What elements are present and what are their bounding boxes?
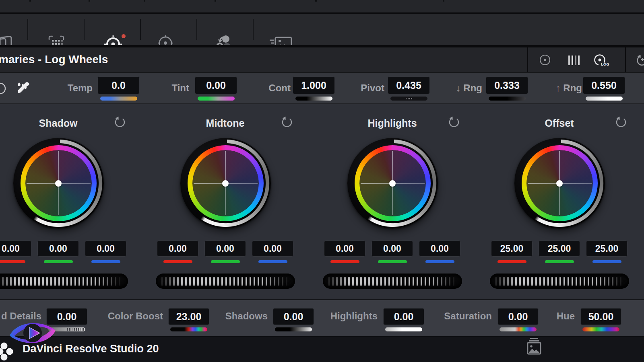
saturation-track[interactable]: [500, 327, 537, 331]
green-channel-strip: [378, 260, 407, 263]
pivot-track[interactable]: [390, 97, 427, 101]
shadow-wheel-handle[interactable]: [55, 180, 62, 187]
midtone-hue-ring: [188, 145, 264, 221]
highlights-track[interactable]: [385, 327, 422, 331]
blue-channel-strip: [592, 260, 621, 263]
blue-channel-strip: [425, 260, 454, 263]
toolbar-divider: [196, 19, 197, 40]
highlights-wheel-inner: [359, 150, 426, 216]
up-range-label: ↑ Rng: [515, 82, 582, 94]
offset-reset-icon[interactable]: [615, 116, 627, 128]
offset-wheel-inner: [526, 150, 593, 216]
toolbar-divider: [140, 19, 141, 40]
toolbar-divider: [84, 19, 85, 40]
offset-color-wheel[interactable]: [514, 138, 605, 228]
highlights-red-value[interactable]: 0.00: [324, 241, 365, 257]
hue-value[interactable]: 50.00: [580, 308, 621, 325]
shadow-green-value[interactable]: 0.00: [37, 241, 79, 257]
offset-red-value[interactable]: 25.00: [491, 241, 533, 257]
down-range-track[interactable]: [489, 97, 526, 101]
highlights-hue-ring: [355, 145, 431, 221]
offset-wheel-handle[interactable]: [556, 180, 563, 187]
midtone-red-value[interactable]: 0.00: [157, 241, 198, 257]
palette-title: maries - Log Wheels: [0, 53, 108, 66]
blue-channel-strip: [91, 260, 120, 263]
temp-label: Temp: [24, 82, 93, 94]
green-channel-strip: [44, 260, 73, 263]
midtone-master-wheel[interactable]: [156, 274, 295, 289]
shadow-red-value[interactable]: 0.00: [0, 241, 31, 257]
toolbar-divider: [253, 19, 254, 40]
primary-wheels-mode-icon[interactable]: [539, 54, 551, 67]
saturation-value[interactable]: 0.00: [497, 308, 539, 325]
primary-bars-mode-icon[interactable]: [568, 55, 581, 66]
saturation-label: Saturation: [431, 311, 492, 322]
shadow-blue-value[interactable]: 0.00: [85, 241, 126, 257]
red-channel-strip: [497, 260, 526, 263]
red-channel-strip: [330, 260, 359, 263]
tint-track[interactable]: [198, 97, 235, 101]
color-boost-track[interactable]: [170, 327, 207, 331]
tint-label: Tint: [133, 82, 189, 94]
titlebar-divider: [527, 47, 528, 72]
notification-dot: [122, 34, 126, 38]
titlebar-divider: [625, 47, 626, 72]
svg-text:LOG: LOG: [601, 62, 609, 66]
hue-label: Hue: [535, 311, 575, 322]
red-channel-strip: [163, 260, 192, 263]
midtone-reset-icon[interactable]: [281, 116, 293, 128]
shadow-wheel-column: Shadow 0.00 0.00 0.00: [0, 104, 142, 299]
shadows-label: Shadows: [209, 311, 268, 322]
shadow-color-wheel[interactable]: [13, 138, 104, 228]
contrast-track[interactable]: [295, 97, 332, 101]
highlights-green-value[interactable]: 0.00: [372, 241, 413, 257]
shadow-hue-ring: [21, 145, 97, 221]
midtone-wheel-column: Midtone 0.00 0.00 0.00: [142, 104, 309, 299]
shadow-wheel-inner: [25, 150, 92, 216]
highlights-wheel-handle[interactable]: [389, 180, 396, 187]
midtone-color-wheel[interactable]: [180, 138, 271, 228]
down-range-label: ↓ Rng: [415, 82, 482, 94]
green-channel-strip: [545, 260, 574, 263]
primaries-adjust-row: Temp 0.0 Tint 0.00 Cont 1.000 Pivot 0.43…: [0, 73, 644, 103]
auto-balance-icon[interactable]: [0, 82, 6, 95]
up-range-track[interactable]: [586, 97, 623, 101]
midtone-green-value[interactable]: 0.00: [204, 241, 246, 257]
up-range-value[interactable]: 0.550: [583, 76, 625, 94]
temp-track[interactable]: [100, 97, 137, 101]
offset-wheel-column: Offset 25.00 25.00 25.00: [476, 104, 643, 299]
midtone-wheel-handle[interactable]: [222, 180, 229, 187]
shadows-track[interactable]: [275, 327, 312, 331]
toolbar-divider: [27, 19, 28, 40]
top-strip: [0, 0, 644, 12]
highlights-value[interactable]: 0.00: [383, 308, 424, 325]
offset-hue-ring: [522, 145, 598, 221]
gallery-stills-icon[interactable]: [526, 337, 543, 357]
palette-toolbar: HDR: [0, 14, 644, 45]
red-channel-strip: [0, 260, 25, 263]
color-boost-label: Color Boost: [97, 311, 163, 322]
shadow-reset-icon[interactable]: [114, 116, 126, 128]
primary-log-mode-icon[interactable]: LOG: [593, 54, 609, 68]
midtone-blue-value[interactable]: 0.00: [252, 241, 293, 257]
green-channel-strip: [211, 260, 240, 263]
highlights-reset-icon[interactable]: [448, 116, 460, 128]
offset-master-wheel[interactable]: [490, 274, 629, 289]
highlights-blue-value[interactable]: 0.00: [419, 241, 460, 257]
shadow-master-wheel[interactable]: [0, 274, 128, 289]
offset-blue-value[interactable]: 25.00: [586, 241, 627, 257]
color-boost-value[interactable]: 23.00: [168, 308, 209, 325]
highlights-color-wheel[interactable]: [347, 138, 438, 228]
highlights-wheel-column: Highlights 0.00 0.00 0.00: [309, 104, 476, 299]
highlights-master-wheel[interactable]: [323, 274, 462, 289]
offset-green-value[interactable]: 25.00: [539, 241, 580, 257]
hue-track[interactable]: [582, 327, 619, 331]
shadows-value[interactable]: 0.00: [273, 308, 314, 325]
reset-palette-icon[interactable]: [635, 54, 644, 67]
contrast-label: Cont: [225, 82, 291, 94]
secondary-adjust-row: d Details 0.00 Color Boost 23.00 Shadows…: [0, 300, 644, 336]
blue-channel-strip: [258, 260, 287, 263]
midtone-wheel-inner: [192, 150, 259, 216]
app-title: DaVinci Resolve Studio 20: [23, 343, 159, 355]
highlights-label: Highlights: [318, 311, 378, 322]
